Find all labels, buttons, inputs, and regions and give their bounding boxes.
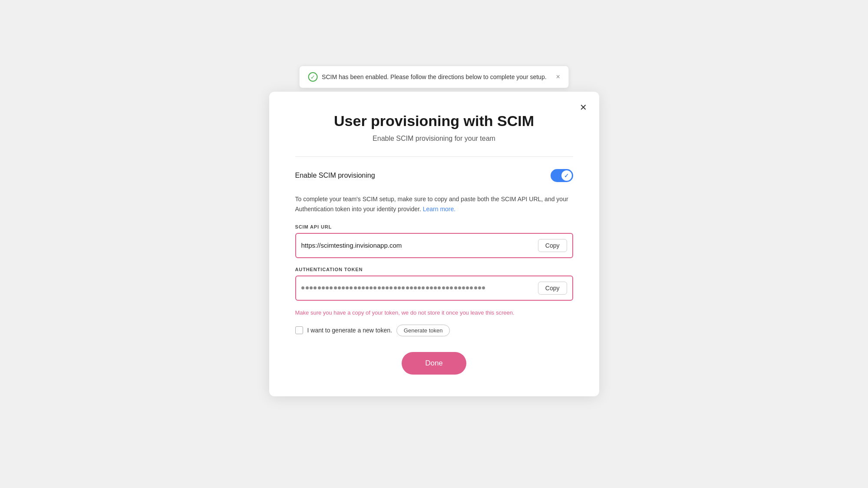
- toast-close-button[interactable]: ×: [556, 73, 560, 81]
- new-token-label: I want to generate a new token.: [307, 327, 392, 334]
- toast-message: SCIM has been enabled. Please follow the…: [322, 73, 547, 80]
- auth-token-box: Copy: [295, 276, 573, 301]
- scim-toggle-row: Enable SCIM provisioning ✓: [295, 169, 573, 182]
- scim-api-url-section: SCIM API URL https://scimtesting.invisio…: [295, 224, 573, 258]
- learn-more-link[interactable]: Learn more.: [423, 206, 455, 212]
- scim-api-url-copy-button[interactable]: Copy: [538, 239, 567, 252]
- new-token-row: I want to generate a new token. Generate…: [295, 325, 573, 336]
- generate-token-button[interactable]: Generate token: [396, 325, 450, 336]
- scim-api-url-box: https://scimtesting.invisionapp.com Copy: [295, 233, 573, 258]
- done-button[interactable]: Done: [402, 352, 466, 375]
- auth-token-label: Authentication token: [295, 267, 573, 272]
- section-divider: [295, 156, 573, 157]
- modal-backdrop: ✓ SCIM has been enabled. Please follow t…: [0, 0, 868, 488]
- scim-toggle[interactable]: ✓: [551, 169, 573, 182]
- scim-api-url-label: SCIM API URL: [295, 224, 573, 229]
- setup-description: To complete your team's SCIM setup, make…: [295, 194, 573, 214]
- token-warning: Make sure you have a copy of your token,…: [295, 309, 573, 316]
- toast-notification: ✓ SCIM has been enabled. Please follow t…: [299, 66, 569, 88]
- auth-token-section: Authentication token Cop: [295, 267, 573, 301]
- token-dots: [301, 286, 533, 289]
- modal-close-button[interactable]: ✕: [577, 100, 591, 114]
- modal-title: User provisioning with SCIM: [295, 113, 573, 129]
- new-token-checkbox[interactable]: [295, 326, 303, 334]
- toast-check-icon: ✓: [308, 72, 317, 82]
- toggle-label: Enable SCIM provisioning: [295, 172, 375, 179]
- modal-subtitle: Enable SCIM provisioning for your team: [295, 135, 573, 143]
- modal: ✓ SCIM has been enabled. Please follow t…: [269, 92, 599, 396]
- scim-api-url-value: https://scimtesting.invisionapp.com: [301, 242, 533, 249]
- auth-token-copy-button[interactable]: Copy: [538, 282, 567, 295]
- toggle-knob: ✓: [561, 170, 572, 181]
- toggle-check-icon: ✓: [564, 173, 569, 179]
